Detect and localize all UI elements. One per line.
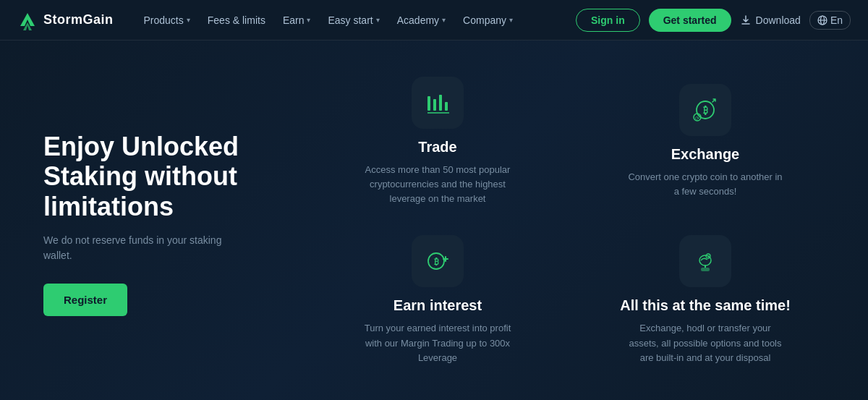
feature-card-exchange: ₿ ⟳ Exchange Convert one crypto coin to … [571,69,839,213]
exchange-icon-wrap: ₿ ⟳ [679,84,731,136]
exchange-desc: Convert one crypto coin to another in a … [626,170,785,199]
chevron-down-icon: ▾ [307,16,310,24]
feature-card-trade: Trade Access more than 50 most popular c… [304,62,571,221]
logo-text: StormGain [43,12,114,27]
hero-section: Enjoy Unlocked Staking without limitatio… [0,41,275,400]
getstarted-button[interactable]: Get started [649,9,731,32]
main-content: Enjoy Unlocked Staking without limitatio… [0,41,868,400]
download-icon [740,14,752,26]
download-button[interactable]: Download [740,14,801,26]
navbar: StormGain Products ▾ Fees & limits Earn … [0,0,868,41]
logo-icon [17,10,38,30]
earn-icon: ₿ [424,247,451,275]
trade-icon-wrap [412,77,464,129]
exchange-title: Exchange [671,146,739,163]
nav-item-company[interactable]: Company ▾ [456,10,520,30]
chevron-down-icon: ▾ [509,16,513,24]
exchange-icon: ₿ ⟳ [692,96,719,124]
chevron-down-icon: ▾ [187,16,190,24]
trade-title: Trade [418,139,456,156]
svg-rect-8 [445,102,448,111]
svg-text:₿: ₿ [703,105,708,116]
plant-icon: ₹ [692,247,719,275]
nav-item-academy[interactable]: Academy ▾ [390,10,453,30]
logo[interactable]: StormGain [17,10,114,30]
feature-card-earn: ₿ Earn interest Turn your earned interes… [304,221,571,379]
earn-title: Earn interest [393,297,482,314]
nav-item-easystart[interactable]: Easy start ▾ [320,10,386,30]
nav-item-earn[interactable]: Earn ▾ [276,10,318,30]
all-desc: Exchange, hodl or transfer your assets, … [626,321,785,365]
earn-desc: Turn your earned interest into profit wi… [358,321,517,365]
svg-rect-18 [701,268,710,271]
nav-links: Products ▾ Fees & limits Earn ▾ Easy sta… [137,10,576,30]
hero-subtitle: We do not reserve funds in your staking … [43,233,246,263]
language-button[interactable]: En [809,11,851,30]
signin-button[interactable]: Sign in [576,9,640,32]
svg-rect-7 [439,95,442,111]
all-title: All this at the same time! [620,297,791,314]
svg-text:₿: ₿ [434,257,439,267]
globe-icon [817,15,827,25]
chevron-down-icon: ▾ [376,16,380,24]
feature-grid: Trade Access more than 50 most popular c… [275,41,868,400]
register-button[interactable]: Register [43,284,127,316]
feature-card-all: ₹ All this at the same time! Exchange, h… [571,221,839,379]
svg-rect-6 [433,99,436,111]
nav-actions: Sign in Get started Download En [576,9,851,32]
earn-icon-wrap: ₿ [412,235,464,287]
svg-text:⟳: ⟳ [695,116,699,121]
nav-item-fees[interactable]: Fees & limits [200,10,273,30]
nav-item-products[interactable]: Products ▾ [137,10,197,30]
chevron-down-icon: ▾ [442,16,446,24]
trade-desc: Access more than 50 most popular cryptoc… [358,163,517,206]
svg-rect-5 [427,96,430,111]
trade-icon [424,89,451,116]
hero-title: Enjoy Unlocked Staking without limitatio… [43,132,246,221]
svg-text:₹: ₹ [707,255,710,259]
all-icon-wrap: ₹ [679,235,731,287]
